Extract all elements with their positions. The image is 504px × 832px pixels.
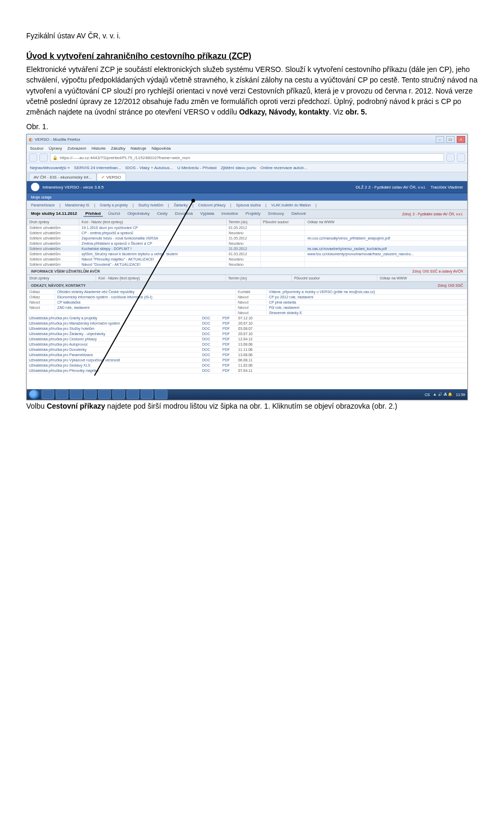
bookmark-item[interactable]: Zjištění stavu portu bbox=[220, 165, 256, 170]
list-item[interactable]: Uživatelská příručka pro Granty a projek… bbox=[27, 316, 467, 321]
list-item[interactable]: Uživatelská příručka pro DovolenkyDOCPDF… bbox=[27, 347, 467, 352]
dl-pdf[interactable]: PDF bbox=[216, 337, 236, 342]
menu-item[interactable]: Služby hotelům bbox=[138, 203, 163, 207]
menu-item[interactable]: VLAK bulletin do filiation bbox=[271, 203, 311, 207]
taskbar-app-icon[interactable] bbox=[127, 390, 139, 399]
dl-doc[interactable]: DOC bbox=[196, 347, 216, 352]
dl-pdf[interactable]: PDF bbox=[216, 342, 236, 347]
dl-doc[interactable]: DOC bbox=[196, 337, 216, 342]
taskbar-app-icon[interactable] bbox=[84, 390, 97, 399]
dl-pdf[interactable]: PDF bbox=[216, 316, 236, 321]
taskbar-app-icon[interactable] bbox=[70, 390, 82, 399]
maximize-icon[interactable]: ▭ bbox=[446, 136, 455, 143]
menu-item[interactable]: Zobrazení bbox=[67, 146, 86, 151]
sub-tab[interactable]: Cesty bbox=[155, 211, 170, 217]
list-item[interactable]: Uživatelská příručka pro Sestavy XLSDOCP… bbox=[27, 363, 467, 368]
url-field[interactable]: 🔒 https://-----av.cz:4443/TS/prehled/PL7… bbox=[50, 153, 444, 162]
menu-item[interactable]: Parametrizace bbox=[31, 203, 55, 207]
list-item[interactable]: Uživatelská příručka pro AutoprovozDOCPD… bbox=[27, 342, 467, 347]
menu-item[interactable]: Úpravy bbox=[49, 146, 62, 151]
table-row[interactable]: Sdělení uživatelůmNávod "Dovolená" - AKT… bbox=[27, 262, 467, 267]
dl-doc[interactable]: DOC bbox=[196, 363, 216, 368]
dl-pdf[interactable]: PDF bbox=[216, 331, 236, 337]
dl-pdf[interactable]: PDF bbox=[216, 368, 236, 373]
menu-item[interactable]: Spisová služba bbox=[236, 203, 261, 207]
list-item[interactable]: Uživatelská příručka pro ParametrizaceDO… bbox=[27, 352, 467, 358]
dl-pdf[interactable]: PDF bbox=[216, 358, 236, 363]
bookmark-item[interactable]: Nejnavštěvovanější » bbox=[30, 165, 70, 170]
menu-item[interactable]: Historie bbox=[91, 146, 106, 151]
sub-tab[interactable]: Daňové bbox=[289, 211, 308, 217]
system-tray[interactable]: CS ▲ 🔊 🖧 🔔 11:59 bbox=[425, 392, 465, 397]
table-row[interactable]: NávodStravenné stránky E bbox=[27, 310, 467, 316]
table-row[interactable]: Sdělení uživatelůmNávod "Převodky majetk… bbox=[27, 257, 467, 262]
menu-item[interactable]: Žádanky bbox=[174, 203, 188, 207]
dl-doc[interactable]: DOC bbox=[196, 326, 216, 331]
sub-tab[interactable]: Úschd bbox=[106, 211, 122, 217]
table-row[interactable]: NávodCP kalkulačkaNávodCP plná varianta bbox=[27, 300, 467, 305]
home-button[interactable] bbox=[457, 153, 465, 162]
menu-item-cestovni-prikazy[interactable]: Cestovní příkazy bbox=[198, 203, 226, 207]
close-icon[interactable]: × bbox=[457, 136, 465, 143]
list-item[interactable]: Uživatelská příručka pro Převodky majetk… bbox=[27, 368, 467, 373]
verso-sub-header[interactable]: Moje údaje bbox=[27, 193, 467, 201]
table-row[interactable]: Sdělení uživatelům19.1.2010 úkon pro vyú… bbox=[27, 225, 467, 231]
table-row[interactable]: NávodZAD role, nastaveníNávodPůl role, n… bbox=[27, 305, 467, 310]
sub-tab[interactable]: Dovolená bbox=[173, 211, 195, 217]
table-row[interactable]: OdkazOficiální stránky Akademie věd Česk… bbox=[27, 289, 467, 295]
back-button[interactable] bbox=[29, 153, 37, 162]
reload-button[interactable] bbox=[446, 153, 455, 162]
sub-tab[interactable]: Přehled bbox=[83, 211, 103, 217]
taskbar-app-icon[interactable] bbox=[56, 390, 68, 399]
table-row[interactable]: Sdělení uživatelůmsyfSim_Stručný návod k… bbox=[27, 252, 467, 257]
dl-pdf[interactable]: PDF bbox=[216, 363, 236, 368]
taskbar-app-icon[interactable] bbox=[112, 390, 125, 399]
list-item[interactable]: Uživatelská příručka pro Žádanky - objed… bbox=[27, 331, 467, 337]
sub-tab[interactable]: Projekty bbox=[243, 211, 262, 217]
table-row[interactable]: OdkazEkonomický informační systém - rozd… bbox=[27, 295, 467, 300]
table-row[interactable]: Sdělení uživatelůmKuchařské sklepy - DOP… bbox=[27, 246, 467, 252]
sub-tab[interactable]: Objednávky bbox=[125, 211, 152, 217]
menu-item[interactable]: Manažerský IS bbox=[65, 203, 89, 207]
forward-button[interactable] bbox=[39, 153, 48, 162]
dl-doc[interactable]: DOC bbox=[196, 316, 216, 321]
dl-doc[interactable]: DOC bbox=[196, 342, 216, 347]
dl-doc[interactable]: DOC bbox=[196, 368, 216, 373]
sub-tab[interactable]: Investice bbox=[219, 211, 240, 217]
start-button[interactable] bbox=[29, 390, 39, 399]
list-item[interactable]: Uživatelská příručka pro Cestovní příkaz… bbox=[27, 337, 467, 342]
menu-item[interactable]: Nápověda bbox=[152, 146, 171, 151]
dl-pdf[interactable]: PDF bbox=[216, 321, 236, 326]
dl-doc[interactable]: DOC bbox=[196, 358, 216, 363]
taskbar-app-icon[interactable] bbox=[141, 390, 153, 399]
sub-tab[interactable]: Výplata bbox=[198, 211, 216, 217]
list-item[interactable]: Uživatelská příručka pro Manažerský info… bbox=[27, 321, 467, 326]
tray-icons[interactable]: ▲ 🔊 🖧 🔔 bbox=[433, 392, 453, 397]
tray-clock[interactable]: 11:59 bbox=[456, 393, 465, 397]
browser-tab[interactable]: AV ČR - EIS - ekonomický inf... bbox=[29, 173, 97, 181]
menu-item[interactable]: Nástroje bbox=[131, 146, 146, 151]
bookmark-item[interactable]: U Medvedu - Přívlast bbox=[177, 165, 217, 170]
table-row[interactable]: Sdělení uživatelůmZapomenuté heslo - nov… bbox=[27, 236, 467, 241]
list-item[interactable]: Uživatelská příručka pro Výkazové rozpoč… bbox=[27, 358, 467, 363]
sub-tab[interactable]: Smlouvy bbox=[266, 211, 286, 217]
dl-pdf[interactable]: PDF bbox=[216, 352, 236, 358]
firefox-menu[interactable]: Soubor Úpravy Zobrazení Historie Záložky… bbox=[27, 144, 467, 152]
dl-doc[interactable]: DOC bbox=[196, 352, 216, 358]
browser-tab-active[interactable]: ✔ VERSO bbox=[97, 173, 126, 181]
taskbar-app-icon[interactable] bbox=[41, 390, 54, 399]
menu-item[interactable]: Záložky bbox=[111, 146, 125, 151]
table-row[interactable]: Sdělení uživatelůmCP - změna přepočtů a … bbox=[27, 231, 467, 236]
list-item[interactable]: Uživatelská příručka pro Služby hotelůmD… bbox=[27, 326, 467, 331]
bookmark-item[interactable]: SERVIS 24 Internetban... bbox=[74, 165, 121, 170]
menu-item[interactable]: Granty a projekty bbox=[100, 203, 128, 207]
taskbar-app-icon[interactable] bbox=[98, 390, 111, 399]
bookmark-item[interactable]: IDOS - Vlaky + Autobus... bbox=[125, 165, 173, 170]
menu-item[interactable]: Soubor bbox=[30, 146, 44, 151]
dl-pdf[interactable]: PDF bbox=[216, 326, 236, 331]
bookmark-item[interactable]: Online rezervace autob... bbox=[260, 165, 307, 170]
dl-doc[interactable]: DOC bbox=[196, 331, 216, 337]
taskbar-app-icon[interactable] bbox=[155, 390, 167, 399]
table-row[interactable]: Sdělení uživatelůmZměna přihlášení a spr… bbox=[27, 241, 467, 246]
dl-pdf[interactable]: PDF bbox=[216, 347, 236, 352]
